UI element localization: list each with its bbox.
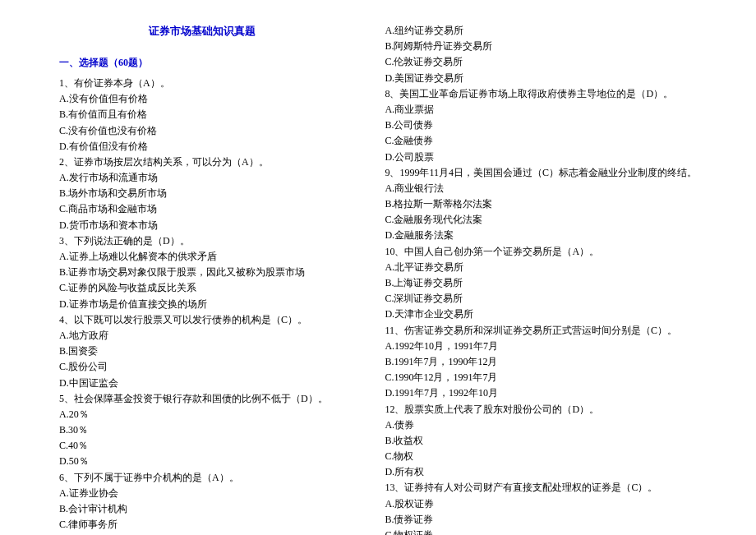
text-line: D.50％ [59,454,345,469]
text-line: B.有价值而且有价格 [59,107,345,122]
text-line: D.1991年7月，1992年10月 [385,385,697,401]
text-line: B.格拉斯一斯蒂格尔法案 [385,196,697,212]
text-line: C.物权 [385,449,697,464]
text-line: A.证券上场难以化解资本的供求矛盾 [59,249,345,265]
text-line: 2、证券市场按层次结构关系，可以分为（A）。 [59,155,345,170]
text-line: A.1992年10月，1991年7月 [385,339,697,354]
text-line: D.公司股票 [385,150,697,165]
text-line: C.商品市场和金融市场 [59,201,345,217]
text-line: B.30％ [59,422,345,438]
text-line: C.律师事务所 [59,517,345,533]
text-line: C.金融债券 [385,133,697,149]
document-title: 证券市场基础知识真题 [59,23,345,40]
text-line: 13、证券持有人对公司财产有直接支配处理权的证券是（C）。 [385,480,697,496]
text-line: B.阿姆斯特丹证券交易所 [385,39,697,54]
text-line: A.20％ [59,407,345,422]
text-line: A.股权证券 [385,496,697,512]
text-line: D.货币市场和资本市场 [59,218,345,233]
text-line: 5、社会保障基金投资于银行存款和国债的比例不低于（D）。 [59,391,345,407]
text-line: C.伦敦证券交易所 [385,54,697,70]
text-line: C.40％ [59,438,345,454]
text-line: C.深圳证券交易所 [385,291,697,307]
text-line: B.上海证券交易所 [385,275,697,291]
text-line: 8、美国工业革命后证券市场上取得政府债券主导地位的是（D）。 [385,86,697,102]
text-line: B.场外市场和交易所市场 [59,186,345,201]
text-line: 4、以下既可以发行股票又可以发行债券的机构是（C）。 [59,312,345,328]
section-header: 一、选择题（60题） [59,55,345,71]
text-line: C.证券的风险与收益成反比关系 [59,280,345,296]
text-line: A.债券 [385,417,697,433]
text-line: C.物权证券 [385,528,697,535]
text-line: A.没有价值但有价格 [59,91,345,107]
text-line: A.地方政府 [59,328,345,344]
right-column: A.纽约证券交易所B.阿姆斯特丹证券交易所C.伦敦证券交易所D.美国证券交易所8… [385,23,697,535]
text-line: B.公司债券 [385,118,697,133]
text-line: A.发行市场和流通市场 [59,170,345,186]
text-line: 1、有价证券本身（A）。 [59,76,345,91]
text-line: 6、下列不属于证券中介机构的是（A）。 [59,470,345,486]
text-line: B.国资委 [59,344,345,359]
text-line: D.美国证券交易所 [385,71,697,86]
text-line: B.1991年7月，1990年12月 [385,354,697,370]
text-line: D.有价值但没有价格 [59,139,345,155]
text-line: B.会计审计机构 [59,501,345,517]
text-line: 11、伤害证券交易所和深圳证券交易所正式营运时间分别是（C）。 [385,323,697,339]
text-line: 9、1999年11月4日，美国国会通过（C）标志着金融业分业制度的终结。 [385,165,697,181]
left-column: 证券市场基础知识真题 一、选择题（60题） 1、有价证券本身（A）。A.没有价值… [59,23,345,535]
text-line: D.所有权 [385,464,697,480]
text-line: 12、股票实质上代表了股东对股份公司的（D）。 [385,402,697,417]
text-line: A.北平证券交易所 [385,260,697,275]
column-1-content: 1、有价证券本身（A）。A.没有价值但有价格B.有价值而且有价格C.没有价值也没… [59,76,345,535]
column-2-content: A.纽约证券交易所B.阿姆斯特丹证券交易所C.伦敦证券交易所D.美国证券交易所8… [385,23,697,535]
text-line: B.收益权 [385,433,697,449]
text-line: B.证券市场交易对象仅限于股票，因此又被称为股票市场 [59,265,345,280]
text-line: A.纽约证券交易所 [385,23,697,39]
text-line: D.天津市企业交易所 [385,307,697,322]
text-line: B.债券证券 [385,512,697,528]
text-line: 3、下列说法正确的是（D）。 [59,233,345,249]
text-line: D.金融服务法案 [385,228,697,243]
text-line: C.1990年12月，1991年7月 [385,370,697,385]
text-line: A.商业银行法 [385,181,697,196]
text-line: C.金融服务现代化法案 [385,212,697,228]
text-line: C.股份公司 [59,359,345,375]
text-line: A.商业票据 [385,102,697,118]
text-line: C.没有价值也没有价格 [59,123,345,139]
text-line: 10、中国人自己创办第一个证券交易所是（A）。 [385,244,697,260]
text-line: D.中国证监会 [59,376,345,391]
text-line: D.证券市场是价值直接交换的场所 [59,297,345,312]
text-line: A.证券业协会 [59,486,345,501]
